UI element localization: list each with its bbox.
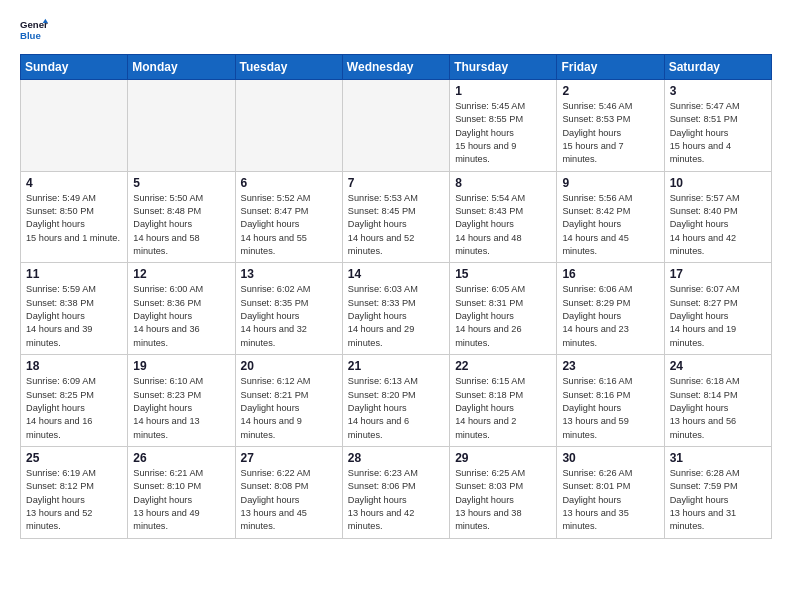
day-number: 26 xyxy=(133,451,229,465)
calendar-day-cell: 5Sunrise: 5:50 AMSunset: 8:48 PMDaylight… xyxy=(128,171,235,263)
day-number: 31 xyxy=(670,451,766,465)
calendar-day-cell: 27Sunrise: 6:22 AMSunset: 8:08 PMDayligh… xyxy=(235,446,342,538)
day-number: 3 xyxy=(670,84,766,98)
day-info: Sunrise: 6:09 AMSunset: 8:25 PMDaylight … xyxy=(26,375,122,442)
weekday-header-thursday: Thursday xyxy=(450,55,557,80)
day-info: Sunrise: 5:47 AMSunset: 8:51 PMDaylight … xyxy=(670,100,766,167)
day-number: 9 xyxy=(562,176,658,190)
day-number: 15 xyxy=(455,267,551,281)
calendar-day-cell xyxy=(235,80,342,172)
day-number: 24 xyxy=(670,359,766,373)
day-info: Sunrise: 6:22 AMSunset: 8:08 PMDaylight … xyxy=(241,467,337,534)
calendar-day-cell: 23Sunrise: 6:16 AMSunset: 8:16 PMDayligh… xyxy=(557,355,664,447)
calendar-day-cell: 15Sunrise: 6:05 AMSunset: 8:31 PMDayligh… xyxy=(450,263,557,355)
day-number: 12 xyxy=(133,267,229,281)
day-number: 4 xyxy=(26,176,122,190)
day-number: 5 xyxy=(133,176,229,190)
day-info: Sunrise: 6:28 AMSunset: 7:59 PMDaylight … xyxy=(670,467,766,534)
calendar-week-row: 1Sunrise: 5:45 AMSunset: 8:55 PMDaylight… xyxy=(21,80,772,172)
weekday-header-friday: Friday xyxy=(557,55,664,80)
calendar-day-cell: 13Sunrise: 6:02 AMSunset: 8:35 PMDayligh… xyxy=(235,263,342,355)
day-info: Sunrise: 6:02 AMSunset: 8:35 PMDaylight … xyxy=(241,283,337,350)
calendar-day-cell xyxy=(21,80,128,172)
calendar-table: SundayMondayTuesdayWednesdayThursdayFrid… xyxy=(20,54,772,539)
day-number: 14 xyxy=(348,267,444,281)
weekday-header-tuesday: Tuesday xyxy=(235,55,342,80)
calendar-day-cell: 17Sunrise: 6:07 AMSunset: 8:27 PMDayligh… xyxy=(664,263,771,355)
calendar-day-cell: 31Sunrise: 6:28 AMSunset: 7:59 PMDayligh… xyxy=(664,446,771,538)
calendar-day-cell: 7Sunrise: 5:53 AMSunset: 8:45 PMDaylight… xyxy=(342,171,449,263)
calendar-day-cell: 29Sunrise: 6:25 AMSunset: 8:03 PMDayligh… xyxy=(450,446,557,538)
calendar-day-cell: 19Sunrise: 6:10 AMSunset: 8:23 PMDayligh… xyxy=(128,355,235,447)
day-number: 23 xyxy=(562,359,658,373)
day-number: 2 xyxy=(562,84,658,98)
calendar-week-row: 25Sunrise: 6:19 AMSunset: 8:12 PMDayligh… xyxy=(21,446,772,538)
day-number: 8 xyxy=(455,176,551,190)
day-number: 13 xyxy=(241,267,337,281)
day-info: Sunrise: 6:07 AMSunset: 8:27 PMDaylight … xyxy=(670,283,766,350)
day-info: Sunrise: 6:25 AMSunset: 8:03 PMDaylight … xyxy=(455,467,551,534)
calendar-day-cell: 24Sunrise: 6:18 AMSunset: 8:14 PMDayligh… xyxy=(664,355,771,447)
day-info: Sunrise: 5:57 AMSunset: 8:40 PMDaylight … xyxy=(670,192,766,259)
day-info: Sunrise: 5:54 AMSunset: 8:43 PMDaylight … xyxy=(455,192,551,259)
day-number: 27 xyxy=(241,451,337,465)
day-info: Sunrise: 6:06 AMSunset: 8:29 PMDaylight … xyxy=(562,283,658,350)
day-info: Sunrise: 5:50 AMSunset: 8:48 PMDaylight … xyxy=(133,192,229,259)
day-info: Sunrise: 5:49 AMSunset: 8:50 PMDaylight … xyxy=(26,192,122,245)
calendar-day-cell: 22Sunrise: 6:15 AMSunset: 8:18 PMDayligh… xyxy=(450,355,557,447)
day-info: Sunrise: 6:21 AMSunset: 8:10 PMDaylight … xyxy=(133,467,229,534)
day-info: Sunrise: 6:18 AMSunset: 8:14 PMDaylight … xyxy=(670,375,766,442)
day-info: Sunrise: 5:45 AMSunset: 8:55 PMDaylight … xyxy=(455,100,551,167)
day-info: Sunrise: 6:00 AMSunset: 8:36 PMDaylight … xyxy=(133,283,229,350)
weekday-header-wednesday: Wednesday xyxy=(342,55,449,80)
logo: General Blue xyxy=(20,16,52,44)
day-number: 21 xyxy=(348,359,444,373)
day-number: 7 xyxy=(348,176,444,190)
day-info: Sunrise: 6:15 AMSunset: 8:18 PMDaylight … xyxy=(455,375,551,442)
day-info: Sunrise: 6:23 AMSunset: 8:06 PMDaylight … xyxy=(348,467,444,534)
calendar-day-cell: 6Sunrise: 5:52 AMSunset: 8:47 PMDaylight… xyxy=(235,171,342,263)
day-number: 17 xyxy=(670,267,766,281)
weekday-header-sunday: Sunday xyxy=(21,55,128,80)
calendar-day-cell: 3Sunrise: 5:47 AMSunset: 8:51 PMDaylight… xyxy=(664,80,771,172)
calendar-day-cell: 16Sunrise: 6:06 AMSunset: 8:29 PMDayligh… xyxy=(557,263,664,355)
day-info: Sunrise: 6:13 AMSunset: 8:20 PMDaylight … xyxy=(348,375,444,442)
page-header: General Blue xyxy=(20,16,772,44)
weekday-header-saturday: Saturday xyxy=(664,55,771,80)
day-number: 6 xyxy=(241,176,337,190)
calendar-day-cell: 10Sunrise: 5:57 AMSunset: 8:40 PMDayligh… xyxy=(664,171,771,263)
calendar-day-cell: 30Sunrise: 6:26 AMSunset: 8:01 PMDayligh… xyxy=(557,446,664,538)
calendar-day-cell: 18Sunrise: 6:09 AMSunset: 8:25 PMDayligh… xyxy=(21,355,128,447)
weekday-header-monday: Monday xyxy=(128,55,235,80)
day-info: Sunrise: 6:26 AMSunset: 8:01 PMDaylight … xyxy=(562,467,658,534)
day-info: Sunrise: 6:16 AMSunset: 8:16 PMDaylight … xyxy=(562,375,658,442)
calendar-day-cell: 1Sunrise: 5:45 AMSunset: 8:55 PMDaylight… xyxy=(450,80,557,172)
day-number: 28 xyxy=(348,451,444,465)
day-number: 11 xyxy=(26,267,122,281)
calendar-day-cell: 20Sunrise: 6:12 AMSunset: 8:21 PMDayligh… xyxy=(235,355,342,447)
day-number: 1 xyxy=(455,84,551,98)
svg-text:Blue: Blue xyxy=(20,30,41,41)
calendar-day-cell: 11Sunrise: 5:59 AMSunset: 8:38 PMDayligh… xyxy=(21,263,128,355)
day-info: Sunrise: 5:56 AMSunset: 8:42 PMDaylight … xyxy=(562,192,658,259)
logo-icon: General Blue xyxy=(20,16,48,44)
calendar-day-cell: 8Sunrise: 5:54 AMSunset: 8:43 PMDaylight… xyxy=(450,171,557,263)
calendar-day-cell xyxy=(342,80,449,172)
calendar-day-cell xyxy=(128,80,235,172)
calendar-day-cell: 9Sunrise: 5:56 AMSunset: 8:42 PMDaylight… xyxy=(557,171,664,263)
day-info: Sunrise: 6:10 AMSunset: 8:23 PMDaylight … xyxy=(133,375,229,442)
day-info: Sunrise: 5:53 AMSunset: 8:45 PMDaylight … xyxy=(348,192,444,259)
weekday-header-row: SundayMondayTuesdayWednesdayThursdayFrid… xyxy=(21,55,772,80)
calendar-week-row: 18Sunrise: 6:09 AMSunset: 8:25 PMDayligh… xyxy=(21,355,772,447)
svg-text:General: General xyxy=(20,19,48,30)
calendar-day-cell: 26Sunrise: 6:21 AMSunset: 8:10 PMDayligh… xyxy=(128,446,235,538)
day-number: 29 xyxy=(455,451,551,465)
calendar-day-cell: 21Sunrise: 6:13 AMSunset: 8:20 PMDayligh… xyxy=(342,355,449,447)
calendar-week-row: 4Sunrise: 5:49 AMSunset: 8:50 PMDaylight… xyxy=(21,171,772,263)
day-number: 30 xyxy=(562,451,658,465)
day-number: 19 xyxy=(133,359,229,373)
day-info: Sunrise: 6:03 AMSunset: 8:33 PMDaylight … xyxy=(348,283,444,350)
day-number: 20 xyxy=(241,359,337,373)
day-number: 22 xyxy=(455,359,551,373)
day-info: Sunrise: 5:59 AMSunset: 8:38 PMDaylight … xyxy=(26,283,122,350)
